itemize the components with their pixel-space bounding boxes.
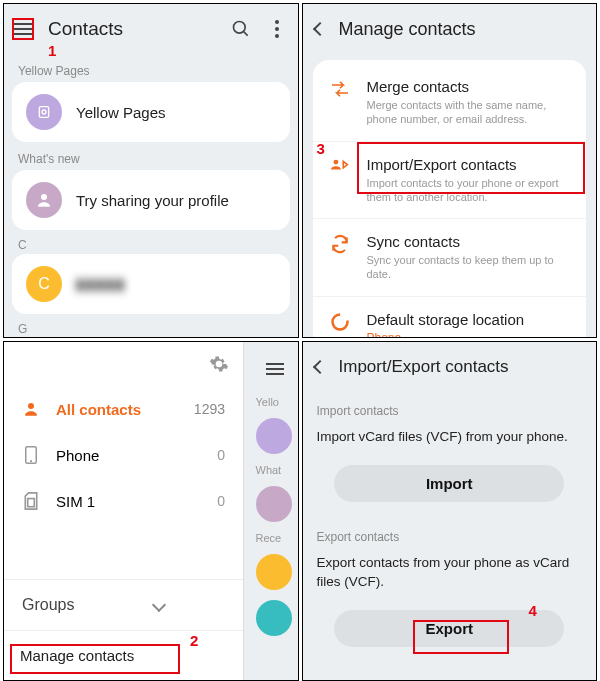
chevron-down-icon bbox=[152, 598, 166, 612]
sim-icon bbox=[22, 492, 40, 510]
behind-content: Yello What Rece bbox=[250, 342, 298, 680]
bg-avatar bbox=[256, 554, 292, 590]
import-description: Import vCard files (VCF) from your phone… bbox=[303, 422, 597, 453]
bg-avatar bbox=[256, 600, 292, 636]
page-title: Contacts bbox=[48, 18, 216, 40]
svg-point-7 bbox=[41, 194, 47, 200]
export-description: Export contacts from your phone as vCard… bbox=[303, 548, 597, 598]
svg-point-6 bbox=[42, 110, 46, 114]
manage-contacts-screen: Manage contacts Merge contacts Merge con… bbox=[302, 3, 598, 338]
page-title: Manage contacts bbox=[339, 19, 476, 40]
callout-3: 3 bbox=[317, 140, 325, 157]
share-profile-item[interactable]: Try sharing your profile bbox=[12, 170, 290, 230]
storage-icon bbox=[329, 311, 351, 333]
drawer-count: 0 bbox=[217, 447, 225, 463]
contacts-screen: Contacts 1 Yellow Pages Yellow Pages Wha… bbox=[3, 3, 299, 338]
svg-rect-12 bbox=[28, 499, 35, 507]
item-sub: Import contacts to your phone or export … bbox=[367, 176, 571, 205]
merge-icon bbox=[329, 78, 351, 100]
navigation-drawer: All contacts 1293 Phone 0 SIM 1 0 Groups bbox=[4, 342, 244, 680]
bg-label: Rece bbox=[250, 532, 298, 544]
contact-name: ▮▮▮▮▮ bbox=[76, 275, 126, 293]
groups-label: Groups bbox=[22, 596, 74, 614]
page-title: Import/Export contacts bbox=[339, 357, 509, 377]
item-sub: Sync your contacts to keep them up to da… bbox=[367, 253, 571, 282]
drawer-label: SIM 1 bbox=[56, 493, 95, 510]
back-icon[interactable] bbox=[312, 360, 326, 374]
index-g: G bbox=[4, 314, 298, 338]
item-title: Merge contacts bbox=[367, 78, 571, 95]
menu-icon[interactable] bbox=[12, 18, 34, 40]
svg-rect-5 bbox=[39, 107, 48, 118]
svg-point-4 bbox=[275, 34, 279, 38]
svg-point-2 bbox=[275, 20, 279, 24]
svg-point-8 bbox=[333, 159, 338, 164]
import-section-label: Import contacts bbox=[303, 392, 597, 422]
item-value: Phone bbox=[367, 331, 525, 338]
profile-icon bbox=[26, 182, 62, 218]
item-title: Sync contacts bbox=[367, 233, 571, 250]
back-icon[interactable] bbox=[312, 22, 326, 36]
bg-label: What bbox=[250, 464, 298, 476]
item-title: Default storage location bbox=[367, 311, 525, 328]
drawer-all-contacts[interactable]: All contacts 1293 bbox=[4, 386, 243, 432]
drawer-screen: Yello What Rece All contacts 1293 bbox=[3, 341, 299, 681]
bg-avatar bbox=[256, 418, 292, 454]
drawer-phone[interactable]: Phone 0 bbox=[4, 432, 243, 478]
svg-point-9 bbox=[28, 403, 34, 409]
contact-row[interactable]: C ▮▮▮▮▮ bbox=[12, 254, 290, 314]
svg-point-3 bbox=[275, 27, 279, 31]
manage-contacts-label: Manage contacts bbox=[20, 647, 134, 664]
drawer-count: 0 bbox=[217, 493, 225, 509]
settings-icon[interactable] bbox=[209, 354, 229, 374]
share-profile-text: Try sharing your profile bbox=[76, 192, 229, 209]
person-icon bbox=[22, 400, 40, 418]
yellow-pages-item[interactable]: Yellow Pages bbox=[12, 82, 290, 142]
whats-new-label: What's new bbox=[4, 142, 298, 170]
drawer-groups[interactable]: Groups bbox=[4, 579, 243, 630]
item-sub: Merge contacts with the same name, phone… bbox=[367, 98, 571, 127]
import-export-screen: Import/Export contacts Import contacts I… bbox=[302, 341, 598, 681]
item-title: Import/Export contacts bbox=[367, 156, 571, 173]
callout-4: 4 bbox=[529, 602, 537, 619]
sync-contacts-item[interactable]: Sync contacts Sync your contacts to keep… bbox=[313, 218, 587, 296]
phone-icon bbox=[22, 446, 40, 464]
more-icon[interactable] bbox=[266, 18, 288, 40]
callout-1: 1 bbox=[48, 42, 56, 59]
callout-2: 2 bbox=[190, 632, 198, 649]
default-storage-item[interactable]: Default storage location Phone bbox=[313, 296, 587, 338]
menu-icon bbox=[261, 352, 287, 386]
drawer-label: Phone bbox=[56, 447, 99, 464]
svg-point-0 bbox=[233, 22, 245, 34]
export-button-label: Export bbox=[425, 620, 473, 637]
drawer-manage-contacts[interactable]: Manage contacts bbox=[4, 630, 243, 680]
appbar: Import/Export contacts bbox=[303, 342, 597, 392]
yellow-pages-text: Yellow Pages bbox=[76, 104, 166, 121]
appbar: Manage contacts bbox=[303, 4, 597, 54]
import-button[interactable]: Import bbox=[334, 465, 564, 502]
drawer-count: 1293 bbox=[194, 401, 225, 417]
export-section-label: Export contacts bbox=[303, 518, 597, 548]
drawer-sim[interactable]: SIM 1 0 bbox=[4, 478, 243, 524]
index-c: C bbox=[4, 230, 298, 254]
merge-contacts-item[interactable]: Merge contacts Merge contacts with the s… bbox=[313, 64, 587, 141]
yellow-pages-icon bbox=[26, 94, 62, 130]
import-button-label: Import bbox=[426, 475, 473, 492]
avatar: C bbox=[26, 266, 62, 302]
drawer-label: All contacts bbox=[56, 401, 141, 418]
svg-line-1 bbox=[243, 32, 247, 36]
import-export-icon bbox=[329, 156, 351, 178]
import-export-item[interactable]: Import/Export contacts Import contacts t… bbox=[313, 141, 587, 219]
search-icon[interactable] bbox=[230, 18, 252, 40]
bg-avatar bbox=[256, 486, 292, 522]
bg-label: Yello bbox=[250, 396, 298, 408]
sync-icon bbox=[329, 233, 351, 255]
